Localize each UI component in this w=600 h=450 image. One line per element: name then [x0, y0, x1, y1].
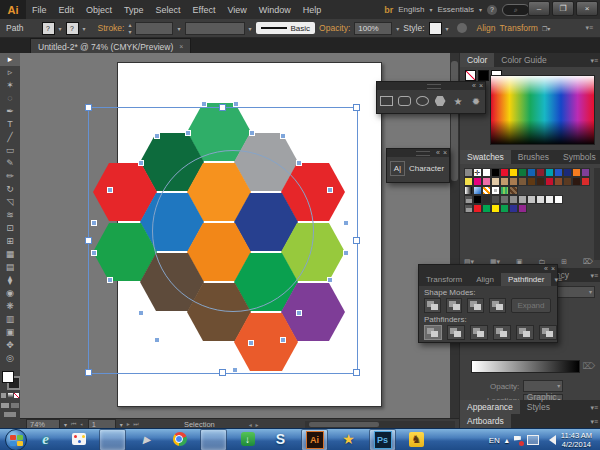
taskbar-star-app[interactable]: ★ — [336, 429, 361, 449]
blend-tool[interactable]: ◉ — [0, 287, 20, 300]
swatch[interactable] — [527, 195, 536, 204]
draw-normal-button[interactable] — [1, 403, 9, 408]
swatch[interactable] — [491, 186, 500, 195]
lasso-tool[interactable]: ◌ — [0, 92, 20, 105]
perspective-grid-tool[interactable]: ⊞ — [0, 235, 20, 248]
star-tool[interactable]: ★ — [451, 94, 466, 109]
selection-handle[interactable] — [85, 104, 92, 111]
stroke-swatch[interactable]: ? — [66, 22, 79, 35]
draw-behind-button[interactable] — [11, 403, 19, 408]
ellipse-tool[interactable] — [415, 94, 430, 109]
anchor-point[interactable] — [201, 101, 207, 107]
first-prev-artboard-icons[interactable]: ⏮ ◂ — [71, 421, 84, 428]
menu-file[interactable]: File — [26, 5, 53, 15]
line-segment-tool[interactable]: ╱ — [0, 131, 20, 144]
swatch[interactable] — [572, 168, 581, 177]
collapse-icon[interactable]: « — [436, 149, 440, 156]
taskbar-firefox[interactable] — [200, 429, 227, 450]
swatch[interactable] — [500, 168, 509, 177]
magic-wand-tool[interactable]: ✶ — [0, 79, 20, 92]
width-tool[interactable]: ≋ — [0, 209, 20, 222]
selection-handle[interactable] — [353, 104, 360, 111]
free-transform-tool[interactable]: ⊡ — [0, 222, 20, 235]
delete-swatch-icon[interactable]: ⌦ — [583, 258, 593, 266]
tab-transform[interactable]: Transform — [419, 273, 469, 286]
fill-stroke-chips[interactable] — [2, 371, 18, 387]
anchor-point[interactable] — [296, 310, 302, 316]
anchor-point[interactable] — [280, 133, 286, 139]
swatch[interactable] — [536, 177, 545, 186]
selection-handle[interactable] — [219, 104, 226, 111]
chevron-down-icon[interactable]: ▾ — [249, 25, 252, 32]
action-center-icon[interactable] — [514, 436, 522, 445]
width-profile-select[interactable] — [185, 22, 245, 35]
workspace-select[interactable]: Essentials — [438, 5, 474, 14]
swatch[interactable] — [545, 168, 554, 177]
swatch[interactable] — [527, 177, 536, 186]
close-icon[interactable]: × — [551, 265, 555, 272]
panel-header[interactable]: «× — [377, 82, 485, 90]
expand-button[interactable]: Expand — [511, 298, 551, 313]
selection-handle[interactable] — [353, 369, 360, 376]
swatch[interactable] — [491, 204, 500, 213]
anchor-point[interactable] — [91, 220, 97, 226]
minimize-button[interactable]: – — [528, 1, 550, 16]
brush-definition-select[interactable]: Basic — [256, 22, 316, 34]
anchor-point[interactable] — [343, 250, 349, 256]
anchor-point[interactable] — [248, 340, 254, 346]
collapse-icon[interactable]: « — [472, 82, 476, 89]
taskbar-photoshop[interactable]: Ps — [369, 429, 396, 450]
drag-grip[interactable] — [416, 151, 430, 156]
screen-mode-button[interactable] — [4, 412, 16, 417]
character-panel-body[interactable]: A| Character — [387, 157, 449, 180]
gradient-tool[interactable]: ▤ — [0, 261, 20, 274]
tab-graphic-styles[interactable]: Graphic Styles — [520, 390, 588, 414]
anchor-point[interactable] — [138, 160, 144, 166]
style-swatch[interactable] — [429, 22, 442, 35]
rectangle-tool[interactable]: ▭ — [0, 144, 20, 157]
swatch[interactable] — [491, 195, 500, 204]
zoom-tool[interactable]: ◎ — [0, 352, 20, 365]
rotate-tool[interactable]: ↻ — [0, 183, 20, 196]
swatch[interactable] — [563, 168, 572, 177]
direct-selection-tool[interactable]: ▹ — [0, 66, 20, 79]
help-icon[interactable]: ? — [487, 5, 497, 15]
tab-appearance[interactable]: Appearance — [460, 400, 520, 414]
swatch[interactable] — [500, 204, 509, 213]
menu-edit[interactable]: Edit — [53, 5, 81, 15]
swatch[interactable] — [482, 204, 491, 213]
swatch[interactable] — [572, 177, 581, 186]
chevron-down-icon[interactable]: ▾ — [83, 25, 86, 32]
opacity-link[interactable]: Opacity: — [319, 23, 350, 33]
transform-link[interactable]: Transform — [499, 23, 537, 33]
outline-button[interactable] — [516, 325, 534, 340]
swatch[interactable] — [518, 168, 527, 177]
rounded-rectangle-tool[interactable] — [397, 94, 412, 109]
swatch[interactable] — [500, 177, 509, 186]
taskbar-idm[interactable]: ↓ — [235, 429, 260, 449]
network-icon[interactable] — [527, 435, 539, 445]
swatch[interactable] — [464, 186, 473, 195]
pen-tool[interactable]: ✒ — [0, 105, 20, 118]
swatch[interactable] — [536, 168, 545, 177]
panel-menu-icon[interactable]: ▾≡ — [587, 402, 600, 414]
swatch[interactable] — [545, 195, 554, 204]
tab-align[interactable]: Align — [469, 273, 501, 286]
scroll-thumb[interactable] — [309, 422, 379, 427]
column-graph-tool[interactable]: ▥ — [0, 313, 20, 326]
taskbar-paint[interactable] — [66, 429, 91, 449]
selection-handle[interactable] — [353, 237, 360, 244]
swatch[interactable] — [464, 168, 473, 177]
panel-menu-icon[interactable]: ▾≡ — [587, 55, 600, 67]
swatch[interactable] — [518, 204, 527, 213]
scale-tool[interactable]: ◹ — [0, 196, 20, 209]
start-button[interactable] — [5, 429, 27, 450]
tab-color[interactable]: Color — [460, 53, 494, 67]
panel-header[interactable]: «× — [419, 265, 557, 273]
swatch-group-folder[interactable] — [464, 195, 473, 204]
gradient-slider[interactable] — [471, 360, 580, 373]
swatch[interactable] — [482, 195, 491, 204]
merge-button[interactable] — [470, 325, 488, 340]
taskbar-skype[interactable]: S — [268, 429, 293, 449]
anchor-point[interactable] — [280, 337, 286, 343]
